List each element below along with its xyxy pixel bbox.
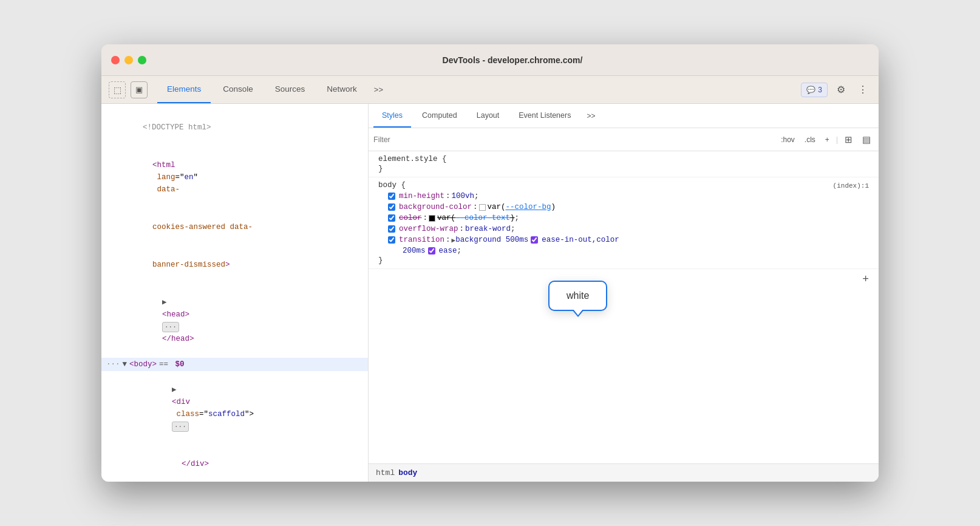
transition-ease-checkbox[interactable] bbox=[531, 236, 538, 244]
sub-tab-event-listeners[interactable]: Event Listeners bbox=[510, 104, 579, 128]
messages-badge[interactable]: 💬 3 bbox=[801, 83, 828, 97]
add-style-plus[interactable]: + bbox=[862, 273, 869, 285]
tab-sources[interactable]: Sources bbox=[265, 76, 315, 103]
messages-icon: 💬 bbox=[806, 86, 815, 94]
tab-console[interactable]: Console bbox=[213, 76, 263, 103]
breadcrumb-bar: html body bbox=[369, 463, 879, 482]
color-tooltip: white bbox=[548, 281, 607, 311]
min-height-checkbox[interactable] bbox=[388, 193, 395, 200]
color-text-link[interactable]: --color-text bbox=[455, 214, 510, 222]
filter-bar: :hov .cls + | ⊞ ▤ bbox=[369, 128, 879, 151]
tab-bar: ⬚ ▣ Elements Console Sources Network >> … bbox=[101, 76, 879, 104]
inspect-icon[interactable]: ⬚ bbox=[109, 81, 126, 98]
dom-div-scaffold[interactable]: ▶ <div class="scaffold"> ··· bbox=[101, 371, 368, 445]
dom-head[interactable]: ▶ <head> ··· </head> bbox=[101, 284, 368, 358]
styles-content[interactable]: element.style { } body { (index):1 bbox=[369, 151, 879, 463]
source-link[interactable]: (index):1 bbox=[833, 182, 869, 190]
color-swatch[interactable] bbox=[429, 215, 435, 222]
sub-tab-layout[interactable]: Layout bbox=[468, 104, 508, 128]
minimize-button[interactable] bbox=[124, 56, 133, 64]
tooltip-text: white bbox=[567, 290, 589, 301]
dom-html-attrs2[interactable]: banner-dismissed> bbox=[101, 246, 368, 284]
prop-color: color : var(--color-text); bbox=[378, 213, 869, 224]
tab-more[interactable]: >> bbox=[369, 76, 388, 103]
sub-tab-bar: Styles Computed Layout Event Listeners >… bbox=[369, 104, 879, 128]
expand-head-icon[interactable]: ▶ bbox=[162, 298, 167, 307]
more-icon: ⋮ bbox=[858, 84, 868, 95]
tab-elements[interactable]: Elements bbox=[157, 76, 211, 103]
bg-color-swatch[interactable] bbox=[479, 204, 486, 211]
dom-html-attrs[interactable]: cookies-answered data- bbox=[101, 208, 368, 246]
bg-color-checkbox[interactable] bbox=[388, 203, 395, 211]
dom-panel[interactable]: <!DOCTYPE html> <html lang="en" data- co… bbox=[101, 104, 369, 482]
color-bg-link[interactable]: --color-bg bbox=[506, 203, 551, 211]
dom-div-close[interactable]: </div> grid bbox=[101, 445, 368, 482]
expand-body-icon[interactable]: ▼ bbox=[123, 358, 128, 371]
dom-body[interactable]: ··· ▼ <body> == $0 bbox=[101, 358, 368, 371]
element-style-selector: element.style { bbox=[378, 155, 869, 163]
maximize-button[interactable] bbox=[138, 56, 146, 64]
window-title: DevTools - developer.chrome.com/ bbox=[156, 55, 869, 65]
window-controls bbox=[111, 56, 146, 64]
expand-div-icon[interactable]: ▶ bbox=[172, 386, 177, 394]
add-style-button[interactable]: + bbox=[822, 134, 832, 145]
dom-html-open[interactable]: <html lang="en" data- bbox=[101, 146, 368, 208]
badge-count: 3 bbox=[818, 86, 822, 94]
sub-tab-more[interactable]: >> bbox=[582, 104, 600, 128]
more-options-button[interactable]: ⋮ bbox=[854, 81, 871, 98]
transition-checkbox[interactable] bbox=[388, 236, 395, 244]
prop-transition-2: 200ms ease ; bbox=[378, 245, 869, 256]
transition-ease2-checkbox[interactable] bbox=[428, 247, 435, 254]
prop-background-color: background-color : var(--color-bg) white bbox=[378, 202, 869, 213]
body-rule-close: } bbox=[378, 256, 869, 265]
element-style-rule: element.style { } bbox=[369, 151, 879, 177]
device-toggle-icon[interactable]: ▣ bbox=[131, 81, 148, 98]
hov-button[interactable]: :hov bbox=[778, 134, 798, 145]
breadcrumb-html[interactable]: html bbox=[376, 468, 395, 477]
body-selector: body { bbox=[378, 181, 406, 190]
title-bar: DevTools - developer.chrome.com/ bbox=[101, 44, 879, 76]
tab-bar-right: 💬 3 ⚙ ⋮ bbox=[801, 76, 871, 103]
filter-input[interactable] bbox=[373, 135, 773, 144]
tab-bar-left: ⬚ ▣ bbox=[109, 76, 148, 103]
settings-icon: ⚙ bbox=[837, 84, 845, 95]
new-rule-icon[interactable]: ⊞ bbox=[842, 133, 856, 146]
breadcrumb-body[interactable]: body bbox=[398, 468, 417, 477]
toggle-sidebar-icon[interactable]: ▤ bbox=[859, 133, 874, 146]
filter-actions: :hov .cls + | ⊞ ▤ bbox=[778, 133, 874, 146]
devtools-window: DevTools - developer.chrome.com/ ⬚ ▣ Ele… bbox=[101, 44, 879, 482]
prop-transition: transition : ▶ background 500ms ease-in-… bbox=[378, 234, 869, 245]
styles-panel: Styles Computed Layout Event Listeners >… bbox=[369, 104, 879, 482]
cls-button[interactable]: .cls bbox=[801, 134, 818, 145]
dom-doctype[interactable]: <!DOCTYPE html> bbox=[101, 109, 368, 146]
tab-network[interactable]: Network bbox=[317, 76, 367, 103]
body-style-rule: body { (index):1 min-height : 100vh ; bbox=[369, 177, 879, 269]
overflow-wrap-checkbox[interactable] bbox=[388, 225, 395, 233]
settings-button[interactable]: ⚙ bbox=[832, 81, 849, 98]
sub-tab-styles[interactable]: Styles bbox=[373, 104, 411, 128]
prop-overflow-wrap: overflow-wrap : break-word ; bbox=[378, 224, 869, 234]
main-content: <!DOCTYPE html> <html lang="en" data- co… bbox=[101, 104, 879, 482]
color-checkbox[interactable] bbox=[388, 214, 395, 222]
close-button[interactable] bbox=[111, 56, 120, 64]
sub-tab-computed[interactable]: Computed bbox=[413, 104, 466, 128]
prop-min-height: min-height : 100vh ; bbox=[378, 191, 869, 202]
transition-expand-icon[interactable]: ▶ bbox=[452, 236, 456, 244]
